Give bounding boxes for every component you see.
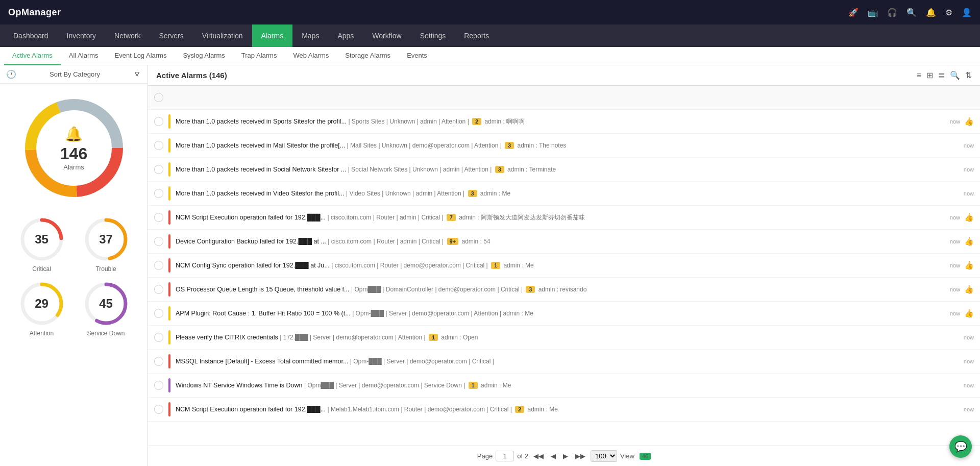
subnav-item-event-log-alarms[interactable]: Event Log Alarms: [107, 47, 175, 65]
alarm-checkbox[interactable]: [154, 117, 163, 126]
alarm-row[interactable]: APM Plugin: Root Cause : 1. Buffer Hit R…: [148, 302, 980, 326]
alarm-row[interactable]: Windows NT Service Windows Time is Down …: [148, 374, 980, 398]
alarm-checkbox[interactable]: [154, 333, 163, 342]
nav-item-workflow[interactable]: Workflow: [363, 24, 410, 47]
alarm-msg: More than 1.0 packets received in Sports…: [176, 118, 347, 125]
alarm-details: | Melab1.Melab1.itom.com | Router | demo…: [328, 406, 558, 413]
prev-btn[interactable]: ◀: [549, 451, 558, 461]
prev-first-btn[interactable]: ◀◀: [531, 451, 546, 461]
filter-icon[interactable]: ⛛: [133, 70, 141, 79]
alarm-checkbox[interactable]: [154, 237, 163, 246]
bell-icon[interactable]: 🔔: [926, 8, 936, 17]
alarm-row[interactable]: NCM Script Execution operation failed fo…: [148, 206, 980, 230]
gauge-label: Critical: [32, 265, 51, 273]
subnav-item-active-alarms[interactable]: Active Alarms: [4, 47, 61, 65]
headset-icon[interactable]: 🎧: [887, 8, 897, 17]
rocket-icon[interactable]: 🚀: [848, 8, 859, 17]
alarm-row[interactable]: More than 1.0 packets received in Mail S…: [148, 134, 980, 158]
alarm-checkbox[interactable]: [154, 357, 163, 366]
alarm-badge: 2: [515, 406, 524, 413]
subnav-item-storage-alarms[interactable]: Storage Alarms: [337, 47, 399, 65]
alarm-checkbox[interactable]: [154, 261, 163, 270]
subnav-item-events[interactable]: Events: [399, 47, 435, 65]
nav-item-alarms[interactable]: Alarms: [252, 24, 293, 47]
severity-bar: [168, 114, 170, 129]
gear-icon[interactable]: ⚙: [945, 8, 952, 17]
alarm-time: now: [964, 142, 974, 149]
alarm-row[interactable]: More than 1.0 packets received in Social…: [148, 158, 980, 182]
of-label: of 2: [517, 452, 528, 460]
detail-view-icon[interactable]: ≣: [938, 70, 945, 80]
thumb-icon[interactable]: 👍: [964, 117, 974, 126]
next-last-btn[interactable]: ▶▶: [573, 451, 587, 461]
per-page-select[interactable]: 100 50 25: [591, 450, 617, 462]
alarm-text: NCM Config Sync operation failed for 192…: [176, 262, 946, 269]
alarm-checkbox[interactable]: [154, 285, 163, 294]
gauge-label: Service Down: [87, 330, 125, 337]
alarm-row[interactable]: MSSQL Instance [Default] - Excess Total …: [148, 350, 980, 374]
next-btn[interactable]: ▶: [561, 451, 570, 461]
nav-item-reports[interactable]: Reports: [455, 24, 498, 47]
alarm-checkbox[interactable]: [154, 405, 163, 414]
top-icons: 🚀 📺 🎧 🔍 🔔 ⚙ 👤: [848, 8, 972, 17]
subnav-item-syslog-alarms[interactable]: Syslog Alarms: [175, 47, 233, 65]
alarm-row[interactable]: OS Processor Queue Length is 15 Queue, t…: [148, 278, 980, 302]
alarm-row[interactable]: Device Configuration Backup failed for 1…: [148, 230, 980, 254]
thumb-icon[interactable]: 👍: [964, 261, 974, 270]
grid-view-icon[interactable]: ⊞: [926, 70, 933, 80]
alarm-row[interactable]: More than 1.0 packets received in Video …: [148, 182, 980, 206]
alarm-details: | Opm███ | DomainController | demo@opera…: [351, 286, 586, 293]
nav-item-virtualization[interactable]: Virtualization: [193, 24, 252, 47]
alarm-details: | Sports Sites | Unknown | admin | Atten…: [348, 118, 525, 125]
alarm-msg: OS Processor Queue Length is 15 Queue, t…: [176, 286, 349, 293]
search-alarms-icon[interactable]: 🔍: [950, 70, 960, 80]
subnav-item-web-alarms[interactable]: Web Alarms: [285, 47, 337, 65]
alarm-row[interactable]: NCM Script Execution operation failed fo…: [148, 398, 980, 422]
sort-label[interactable]: Sort By Category: [20, 70, 129, 78]
nav-item-maps[interactable]: Maps: [292, 24, 328, 47]
page-input[interactable]: [496, 451, 514, 461]
alarm-checkbox[interactable]: [154, 141, 163, 150]
alarm-checkbox[interactable]: [154, 165, 163, 174]
alarm-checkbox[interactable]: [154, 309, 163, 318]
alarm-time: now: [964, 334, 974, 340]
right-panel: Active Alarms (146) ≡ ⊞ ≣ 🔍 ⇅ More than …: [148, 65, 980, 466]
gauge-number: 45: [99, 297, 113, 311]
list-view-icon[interactable]: ≡: [917, 71, 921, 80]
nav-item-settings[interactable]: Settings: [411, 24, 455, 47]
alarm-msg: NCM Script Execution operation failed fo…: [176, 214, 326, 221]
subnav-item-all-alarms[interactable]: All Alarms: [61, 47, 107, 65]
nav-item-inventory[interactable]: Inventory: [58, 24, 106, 47]
nav-item-network[interactable]: Network: [105, 24, 150, 47]
alarm-row[interactable]: NCM Config Sync operation failed for 192…: [148, 254, 980, 278]
thumb-icon[interactable]: 👍: [964, 285, 974, 294]
alarm-time: now: [964, 190, 974, 197]
select-all-checkbox[interactable]: [154, 93, 163, 102]
alarm-checkbox[interactable]: [154, 381, 163, 390]
severity-bar: [168, 378, 170, 393]
alarm-row[interactable]: Please verify the CITRIX credentials | 1…: [148, 326, 980, 350]
nav-item-apps[interactable]: Apps: [328, 24, 363, 47]
thumb-icon[interactable]: 👍: [964, 237, 974, 246]
severity-bar: [168, 138, 170, 153]
subnav-item-trap-alarms[interactable]: Trap Alarms: [233, 47, 285, 65]
search-icon[interactable]: 🔍: [906, 8, 917, 17]
alarm-time: now: [964, 166, 974, 173]
nav-item-servers[interactable]: Servers: [150, 24, 192, 47]
alarm-row[interactable]: More than 1.0 packets received in Sports…: [148, 110, 980, 134]
nav-item-dashboard[interactable]: Dashboard: [4, 24, 58, 47]
chat-button[interactable]: 💬: [949, 435, 972, 458]
user-icon[interactable]: 👤: [962, 8, 972, 17]
gauge-attention: 29 Attention: [14, 281, 70, 337]
alarm-checkbox[interactable]: [154, 189, 163, 198]
sort-alarms-icon[interactable]: ⇅: [965, 70, 972, 80]
alarm-badge: 2: [472, 118, 481, 125]
alarm-msg: MSSQL Instance [Default] - Excess Total …: [176, 358, 348, 365]
alarm-checkbox[interactable]: [154, 213, 163, 222]
thumb-icon[interactable]: 👍: [964, 309, 974, 318]
monitor-icon[interactable]: 📺: [868, 8, 878, 17]
pagination: Page of 2 ◀◀ ◀ ▶ ▶▶ 100 50 25 View 46: [148, 446, 980, 466]
donut-count: 146: [60, 144, 87, 163]
thumb-icon[interactable]: 👍: [964, 213, 974, 222]
alarm-time: now: [950, 310, 960, 316]
